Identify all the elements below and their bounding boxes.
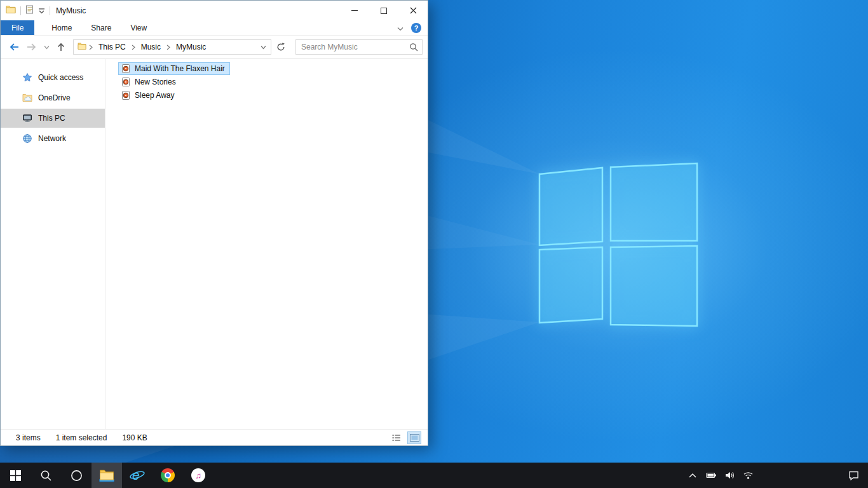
sidebar-item-label: This PC — [38, 114, 65, 123]
details-view-button[interactable] — [390, 431, 403, 444]
navigation-pane: Quick access OneDrive This PC Network — [1, 59, 105, 429]
sidebar-item-label: Quick access — [38, 73, 83, 82]
back-arrow-icon — [8, 42, 20, 52]
tab-home[interactable]: Home — [42, 20, 81, 35]
file-row[interactable]: Maid With The Flaxen Hair — [118, 62, 428, 75]
ribbon-right-controls: ? — [397, 20, 428, 35]
breadcrumb-chevron-icon[interactable] — [131, 44, 136, 50]
quick-access-star-icon — [22, 72, 32, 83]
file-name: Sleep Away — [135, 91, 175, 100]
sidebar-item-label: OneDrive — [38, 93, 71, 102]
itunes-button[interactable]: ♫ — [183, 463, 214, 488]
sidebar-item-this-pc[interactable]: This PC — [1, 109, 105, 128]
tab-share[interactable]: Share — [81, 20, 121, 35]
file-name: Maid With The Flaxen Hair — [135, 64, 225, 73]
file-selection-chip[interactable]: Maid With The Flaxen Hair — [118, 62, 230, 75]
minimize-button[interactable] — [340, 1, 369, 20]
file-name: New Stories — [135, 78, 176, 86]
taskbar-file-explorer-button[interactable] — [92, 463, 122, 488]
onedrive-icon — [22, 93, 32, 103]
itunes-icon: ♫ — [191, 468, 205, 482]
tab-view[interactable]: View — [121, 20, 156, 35]
back-button[interactable] — [6, 39, 22, 55]
breadcrumb-chevron-icon — [88, 44, 93, 50]
breadcrumb-chevron-icon[interactable] — [166, 44, 171, 50]
recent-locations-chevron[interactable] — [41, 39, 51, 55]
battery-icon — [706, 470, 717, 480]
file-row[interactable]: New Stories — [118, 75, 428, 88]
file-selection-chip[interactable]: Sleep Away — [118, 89, 180, 102]
titlebar[interactable]: MyMusic — [1, 1, 428, 20]
maximize-button[interactable] — [369, 1, 398, 20]
wifi-icon — [743, 471, 754, 480]
chrome-button[interactable] — [153, 463, 183, 488]
search-icon[interactable] — [409, 43, 418, 51]
status-selection: 1 item selected — [56, 433, 107, 442]
expand-ribbon-chevron-icon[interactable] — [397, 22, 403, 34]
explorer-main-area: Quick access OneDrive This PC Network Ma… — [1, 59, 428, 429]
sidebar-item-quick-access[interactable]: Quick access — [1, 68, 105, 87]
separator — [50, 6, 50, 15]
show-hidden-icons-button[interactable] — [686, 463, 700, 488]
network-wifi-button[interactable] — [741, 463, 755, 488]
cortana-button[interactable] — [61, 463, 92, 488]
search-input[interactable] — [301, 43, 409, 51]
chevron-up-icon — [688, 472, 697, 478]
file-row[interactable]: Sleep Away — [118, 88, 428, 102]
address-dropdown-chevron-icon[interactable] — [257, 45, 269, 50]
action-center-button[interactable] — [839, 463, 868, 488]
system-folder-icon[interactable] — [6, 5, 16, 17]
view-switcher — [390, 431, 428, 444]
audio-file-icon — [121, 77, 131, 87]
large-icons-view-button[interactable] — [407, 431, 421, 444]
sidebar-item-onedrive[interactable]: OneDrive — [1, 88, 105, 107]
up-button[interactable] — [53, 39, 69, 55]
sidebar-item-label: Network — [38, 134, 66, 143]
status-bar: 3 items 1 item selected 190 KB — [1, 429, 428, 445]
audio-file-icon — [121, 64, 131, 74]
file-list[interactable]: Maid With The Flaxen Hair New Stories Sl… — [105, 59, 428, 429]
search-box[interactable] — [295, 39, 423, 55]
start-button[interactable] — [0, 463, 31, 488]
sidebar-item-network[interactable]: Network — [1, 129, 105, 148]
refresh-button[interactable] — [273, 39, 289, 55]
taskbar-search-button[interactable] — [31, 463, 61, 488]
details-view-icon — [392, 434, 401, 442]
tab-file[interactable]: File — [1, 20, 34, 35]
maximize-icon — [381, 8, 387, 14]
breadcrumb-music[interactable]: Music — [138, 41, 164, 53]
qat-customize-chevron-icon[interactable] — [38, 5, 45, 17]
taskbar: e ♫ — [0, 463, 868, 488]
address-bar[interactable]: This PC Music MyMusic — [73, 39, 271, 55]
navigation-toolbar: This PC Music MyMusic — [1, 36, 428, 59]
system-tray — [686, 463, 868, 488]
search-icon — [40, 470, 52, 482]
internet-explorer-button[interactable]: e — [122, 463, 153, 488]
qat-properties-icon[interactable] — [25, 5, 34, 17]
this-pc-icon — [22, 113, 32, 123]
battery-status-button[interactable] — [704, 463, 718, 488]
ribbon-tab-bar: File Home Share View ? — [1, 20, 428, 36]
forward-button[interactable] — [24, 39, 40, 55]
forward-arrow-icon — [26, 42, 37, 52]
windows-start-icon — [10, 470, 21, 481]
volume-button[interactable] — [722, 463, 736, 488]
file-explorer-window: MyMusic File Home Share View ? — [0, 0, 428, 446]
status-size: 190 KB — [122, 433, 147, 442]
internet-explorer-icon: e — [129, 467, 146, 484]
help-button[interactable]: ? — [411, 23, 421, 33]
breadcrumb-mymusic[interactable]: MyMusic — [173, 41, 209, 53]
separator — [20, 6, 21, 15]
file-explorer-icon — [99, 469, 114, 482]
file-selection-chip[interactable]: New Stories — [118, 76, 181, 88]
breadcrumb-this-pc[interactable]: This PC — [95, 41, 129, 53]
network-icon — [22, 133, 32, 144]
action-center-icon — [848, 470, 859, 480]
large-icons-view-icon — [410, 434, 419, 442]
close-icon — [410, 7, 417, 14]
chrome-icon-dot — [166, 473, 170, 477]
audio-file-icon — [121, 90, 131, 100]
quick-access-toolbar — [6, 5, 50, 17]
minimize-icon — [351, 10, 358, 11]
close-button[interactable] — [398, 1, 428, 20]
